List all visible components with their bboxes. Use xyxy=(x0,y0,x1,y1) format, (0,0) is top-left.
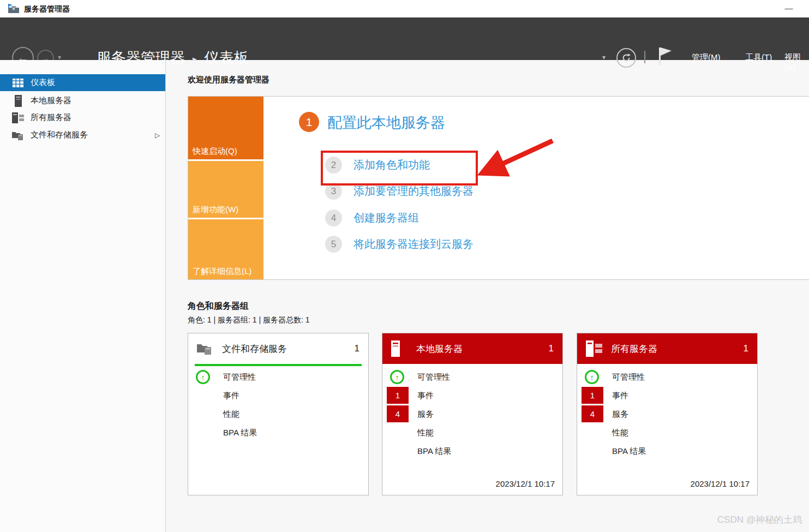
sidebar-item-dashboard[interactable]: 仪表板 xyxy=(0,74,165,91)
card-row-events[interactable]: 事件 xyxy=(188,387,368,404)
row-label: 事件 xyxy=(223,387,239,404)
all-servers-icon xyxy=(12,112,24,124)
events-count-badge[interactable]: 1 xyxy=(582,387,603,404)
row-label: 事件 xyxy=(612,387,628,404)
card-status-line xyxy=(195,364,362,366)
sidebar-item-label: 所有服务器 xyxy=(31,112,71,123)
row-label: BPA 结果 xyxy=(417,443,451,459)
navbar-divider: | xyxy=(643,49,646,64)
create-server-group-link[interactable]: 创建服务器组 xyxy=(353,210,419,226)
row-label: 服务 xyxy=(417,405,434,422)
breadcrumb-current[interactable]: 仪表板 xyxy=(205,48,249,68)
local-server-icon xyxy=(391,340,408,357)
row-label: BPA 结果 xyxy=(223,424,257,441)
sidebar-item-label: 本地服务器 xyxy=(31,95,71,106)
card-title: 本地服务器 xyxy=(416,343,463,355)
row-label: 可管理性 xyxy=(417,368,450,385)
card-title: 所有服务器 xyxy=(611,343,657,355)
sidebar-item-label: 仪表板 xyxy=(31,77,55,88)
card-row-services[interactable]: 4 服务 xyxy=(382,405,562,422)
card-row-performance[interactable]: 性能 xyxy=(188,405,368,422)
card-count: 1 xyxy=(355,343,359,354)
card-row-bpa-results[interactable]: BPA 结果 xyxy=(382,443,562,459)
quickstart-tab-label: 快速启动(Q) xyxy=(193,146,237,157)
card-title: 文件和存储服务 xyxy=(222,343,287,355)
row-label: 服务 xyxy=(612,405,628,422)
welcome-panel xyxy=(188,96,809,280)
step-1-number: 1 xyxy=(299,112,319,132)
whats-new-tab[interactable]: 新增功能(W) xyxy=(188,161,263,218)
all-servers-card-header[interactable]: 所有服务器 1 xyxy=(577,333,757,364)
card-row-performance[interactable]: 性能 xyxy=(382,424,562,441)
roles-section-subtitle: 角色: 1 | 服务器组: 1 | 服务器总数: 1 xyxy=(188,315,310,325)
sidebar-divider xyxy=(165,60,166,532)
card-row-manageability[interactable]: ↑ 可管理性 xyxy=(188,368,368,385)
roles-section-title: 角色和服务器组 xyxy=(188,301,249,312)
row-label: 可管理性 xyxy=(223,368,256,385)
card-row-bpa-results[interactable]: BPA 结果 xyxy=(577,443,757,459)
csdn-watermark: CSDN @神秘的土鸡 xyxy=(717,513,802,526)
file-storage-icon xyxy=(197,340,213,357)
top-navbar: ← → ▾ 服务器管理器 ▸ 仪表板 ▾ | 管理(M) 工具(T) 视图(V) xyxy=(0,17,809,60)
local-server-icon xyxy=(12,95,24,107)
learn-more-tab-label: 了解详细信息(L) xyxy=(193,266,251,277)
card-row-services[interactable]: 4 服务 xyxy=(577,405,757,422)
step-5-number: 5 xyxy=(325,236,342,253)
local-server-card-header[interactable]: 本地服务器 1 xyxy=(382,333,562,364)
sidebar-item-file-storage[interactable]: 文件和存储服务 ▷ xyxy=(0,127,165,144)
card-row-events[interactable]: 1 事件 xyxy=(382,387,562,404)
card-row-manageability[interactable]: ↑ 可管理性 xyxy=(577,368,757,385)
learn-more-tab[interactable]: 了解详细信息(L) xyxy=(188,219,263,279)
card-row-bpa-results[interactable]: BPA 结果 xyxy=(188,424,368,441)
breadcrumb-separator-icon: ▸ xyxy=(193,52,197,64)
row-label: 性能 xyxy=(223,405,239,422)
card-row-manageability[interactable]: ↑ 可管理性 xyxy=(382,368,562,385)
refresh-icon[interactable] xyxy=(616,48,636,68)
manageability-up-icon: ↑ xyxy=(390,370,404,384)
step-4-number: 4 xyxy=(325,210,342,226)
dashboard-grid-icon xyxy=(12,77,24,89)
whats-new-tab-label: 新增功能(W) xyxy=(193,205,238,215)
sidebar-item-local-server[interactable]: 本地服务器 xyxy=(0,92,165,109)
card-row-events[interactable]: 1 事件 xyxy=(577,387,757,404)
file-storage-icon xyxy=(12,129,24,141)
local-server-card: 本地服务器 1 ↑ 可管理性 1 事件 4 服务 性能 BPA 结果 2023/… xyxy=(382,333,563,495)
sidebar-item-all-servers[interactable]: 所有服务器 xyxy=(0,109,165,126)
step-1-link[interactable]: 配置此本地服务器 xyxy=(327,113,445,133)
annotation-arrow-icon xyxy=(472,127,562,184)
file-storage-card: 文件和存储服务 1 ↑ 可管理性 事件 性能 BPA 结果 xyxy=(188,333,369,495)
window-titlebar: 服务器管理器 — xyxy=(0,0,809,17)
manageability-up-icon: ↑ xyxy=(585,370,599,384)
minimize-button[interactable]: — xyxy=(777,1,801,16)
row-label: 性能 xyxy=(612,424,628,441)
connect-cloud-link[interactable]: 将此服务器连接到云服务 xyxy=(353,236,474,253)
welcome-heading: 欢迎使用服务器管理器 xyxy=(188,75,269,85)
row-label: 性能 xyxy=(417,424,434,441)
menu-tools[interactable]: 工具(T) xyxy=(745,52,772,63)
all-servers-icon xyxy=(586,340,602,357)
manageability-up-icon: ↑ xyxy=(196,370,210,384)
card-timestamp: 2023/12/1 10:17 xyxy=(496,479,555,488)
refresh-dropdown-caret-icon[interactable]: ▾ xyxy=(602,53,606,61)
expand-arrow-icon[interactable]: ▷ xyxy=(155,131,160,139)
card-count: 1 xyxy=(744,343,748,354)
annotation-highlight-box xyxy=(321,151,478,186)
card-timestamp: 2023/12/1 10:17 xyxy=(691,479,750,488)
window-title: 服务器管理器 xyxy=(24,4,70,14)
services-count-badge[interactable]: 4 xyxy=(387,405,409,422)
row-label: BPA 结果 xyxy=(612,443,646,459)
quickstart-tab[interactable]: 快速启动(Q) xyxy=(188,97,263,159)
card-count: 1 xyxy=(549,343,554,354)
events-count-badge[interactable]: 1 xyxy=(387,387,409,404)
card-row-performance[interactable]: 性能 xyxy=(577,424,757,441)
notifications-flag-icon[interactable] xyxy=(657,46,673,66)
row-label: 可管理性 xyxy=(612,368,645,385)
all-servers-card: 所有服务器 1 ↑ 可管理性 1 事件 4 服务 性能 BPA 结果 2023/… xyxy=(577,333,758,495)
row-label: 事件 xyxy=(417,387,434,404)
menu-view[interactable]: 视图(V) xyxy=(784,52,809,72)
file-storage-card-header[interactable]: 文件和存储服务 1 xyxy=(188,333,368,364)
menu-manage[interactable]: 管理(M) xyxy=(692,52,721,63)
server-manager-app-icon xyxy=(8,3,20,14)
sidebar-item-label: 文件和存储服务 xyxy=(31,130,88,140)
services-count-badge[interactable]: 4 xyxy=(582,405,603,422)
